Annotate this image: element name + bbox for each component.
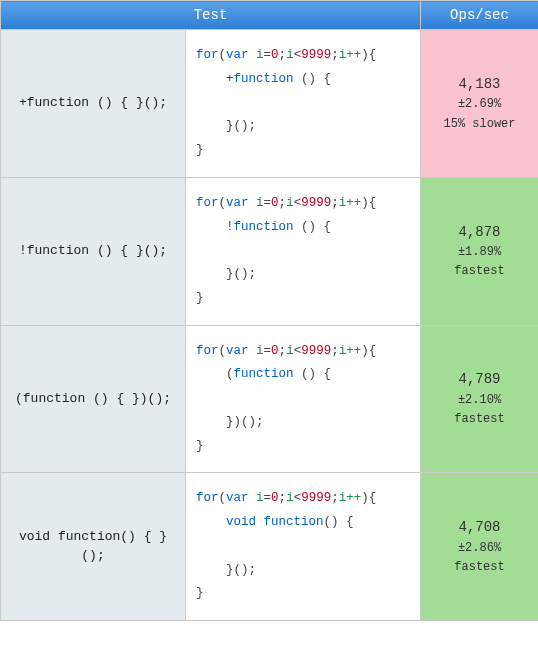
test-label: +function () { }(); [1,30,186,178]
ops-margin: ±2.10% [425,391,534,410]
ops-note: fastest [425,262,534,281]
ops-value: 4,183 [425,73,534,95]
table-row: (function () { })();for(var i=0;i<9999;i… [1,325,539,473]
ops-margin: ±2.69% [425,95,534,114]
ops-cell: 4,878±1.89%fastest [421,177,538,325]
header-ops: Ops/sec [421,1,538,30]
table-row: +function () { }();for(var i=0;i<9999;i+… [1,30,539,178]
test-label: (function () { })(); [1,325,186,473]
table-row: void function() { } ();for(var i=0;i<999… [1,473,539,621]
ops-cell: 4,789±2.10%fastest [421,325,538,473]
ops-value: 4,708 [425,516,534,538]
test-code: for(var i=0;i<9999;i++){ +function () { … [186,30,421,178]
test-code: for(var i=0;i<9999;i++){ (function () { … [186,325,421,473]
test-label: !function () { }(); [1,177,186,325]
benchmark-table: Test Ops/sec +function () { }();for(var … [0,0,538,621]
ops-value: 4,789 [425,368,534,390]
ops-margin: ±2.86% [425,539,534,558]
ops-note: fastest [425,558,534,577]
ops-note: fastest [425,410,534,429]
ops-note: 15% slower [425,115,534,134]
header-test: Test [1,1,421,30]
ops-cell: 4,708±2.86%fastest [421,473,538,621]
ops-value: 4,878 [425,221,534,243]
ops-margin: ±1.89% [425,243,534,262]
test-label: void function() { } (); [1,473,186,621]
ops-cell: 4,183±2.69%15% slower [421,30,538,178]
header-row: Test Ops/sec [1,1,539,30]
table-row: !function () { }();for(var i=0;i<9999;i+… [1,177,539,325]
test-code: for(var i=0;i<9999;i++){ !function () { … [186,177,421,325]
test-code: for(var i=0;i<9999;i++){ void function()… [186,473,421,621]
